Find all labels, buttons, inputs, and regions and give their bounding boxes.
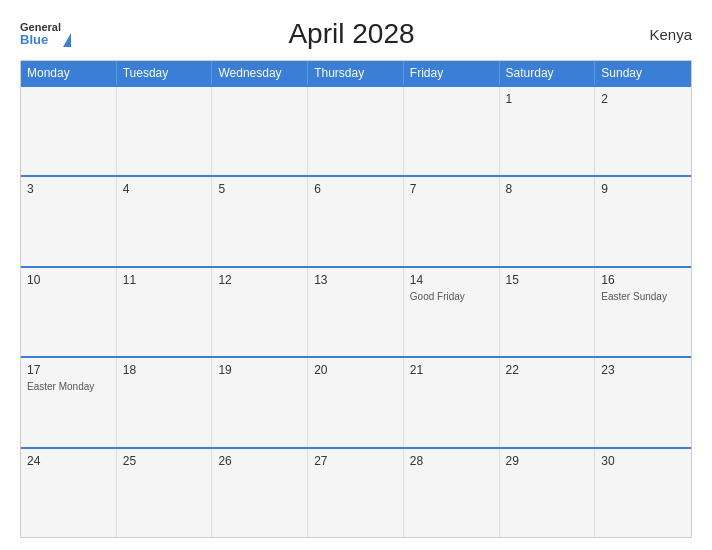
header-tuesday: Tuesday — [117, 61, 213, 85]
cell-w4-fri: 21 — [404, 358, 500, 446]
logo: General Blue — [20, 21, 71, 47]
day-num: 2 — [601, 92, 685, 106]
cell-w5-tue: 25 — [117, 449, 213, 537]
day-event: Easter Monday — [27, 381, 110, 392]
cell-w5-thu: 27 — [308, 449, 404, 537]
calendar-header: Monday Tuesday Wednesday Thursday Friday… — [21, 61, 691, 85]
cell-w4-wed: 19 — [212, 358, 308, 446]
logo-triangle-icon — [63, 33, 71, 47]
country-label: Kenya — [632, 26, 692, 43]
day-num: 28 — [410, 454, 493, 468]
day-num: 22 — [506, 363, 589, 377]
cell-w1-wed — [212, 87, 308, 175]
day-num: 24 — [27, 454, 110, 468]
cell-w3-wed: 12 — [212, 268, 308, 356]
cell-w2-tue: 4 — [117, 177, 213, 265]
cell-w1-fri — [404, 87, 500, 175]
cell-w3-fri: 14 Good Friday — [404, 268, 500, 356]
week-row-5: 24 25 26 27 28 29 30 — [21, 447, 691, 537]
day-num: 13 — [314, 273, 397, 287]
cell-w1-sat: 1 — [500, 87, 596, 175]
header: General Blue April 2028 Kenya — [20, 18, 692, 50]
cell-w4-thu: 20 — [308, 358, 404, 446]
week-row-3: 10 11 12 13 14 Good Friday 15 — [21, 266, 691, 356]
day-num: 9 — [601, 182, 685, 196]
day-num: 10 — [27, 273, 110, 287]
cell-w5-wed: 26 — [212, 449, 308, 537]
calendar-page: General Blue April 2028 Kenya Monday Tue… — [0, 0, 712, 550]
cell-w1-mon — [21, 87, 117, 175]
cell-w2-mon: 3 — [21, 177, 117, 265]
cell-w2-fri: 7 — [404, 177, 500, 265]
day-num: 7 — [410, 182, 493, 196]
day-num: 21 — [410, 363, 493, 377]
day-num: 12 — [218, 273, 301, 287]
day-num: 8 — [506, 182, 589, 196]
cell-w4-tue: 18 — [117, 358, 213, 446]
cell-w3-thu: 13 — [308, 268, 404, 356]
day-num: 19 — [218, 363, 301, 377]
week-row-4: 17 Easter Monday 18 19 20 21 22 — [21, 356, 691, 446]
calendar-title: April 2028 — [71, 18, 632, 50]
day-num: 3 — [27, 182, 110, 196]
day-num: 14 — [410, 273, 493, 287]
day-num: 29 — [506, 454, 589, 468]
week-row-1: 1 2 — [21, 85, 691, 175]
day-num: 27 — [314, 454, 397, 468]
cell-w3-sat: 15 — [500, 268, 596, 356]
header-saturday: Saturday — [500, 61, 596, 85]
day-num: 30 — [601, 454, 685, 468]
header-monday: Monday — [21, 61, 117, 85]
cell-w3-tue: 11 — [117, 268, 213, 356]
header-friday: Friday — [404, 61, 500, 85]
cell-w2-thu: 6 — [308, 177, 404, 265]
day-num: 26 — [218, 454, 301, 468]
day-num: 15 — [506, 273, 589, 287]
header-wednesday: Wednesday — [212, 61, 308, 85]
week-row-2: 3 4 5 6 7 8 9 — [21, 175, 691, 265]
cell-w5-sat: 29 — [500, 449, 596, 537]
cell-w2-wed: 5 — [212, 177, 308, 265]
header-sunday: Sunday — [595, 61, 691, 85]
header-thursday: Thursday — [308, 61, 404, 85]
calendar: Monday Tuesday Wednesday Thursday Friday… — [20, 60, 692, 538]
day-num: 17 — [27, 363, 110, 377]
day-num: 20 — [314, 363, 397, 377]
day-num: 25 — [123, 454, 206, 468]
day-num: 18 — [123, 363, 206, 377]
cell-w5-sun: 30 — [595, 449, 691, 537]
day-num: 23 — [601, 363, 685, 377]
logo-blue: Blue — [20, 33, 61, 47]
cell-w4-sat: 22 — [500, 358, 596, 446]
day-num: 6 — [314, 182, 397, 196]
day-num: 16 — [601, 273, 685, 287]
cell-w5-mon: 24 — [21, 449, 117, 537]
day-num: 5 — [218, 182, 301, 196]
logo-text: General Blue — [20, 21, 61, 47]
cell-w1-sun: 2 — [595, 87, 691, 175]
cell-w4-mon: 17 Easter Monday — [21, 358, 117, 446]
cell-w3-mon: 10 — [21, 268, 117, 356]
cell-w1-thu — [308, 87, 404, 175]
day-num: 1 — [506, 92, 589, 106]
cell-w1-tue — [117, 87, 213, 175]
day-event: Good Friday — [410, 291, 493, 302]
cell-w5-fri: 28 — [404, 449, 500, 537]
cell-w4-sun: 23 — [595, 358, 691, 446]
calendar-body: 1 2 3 4 5 6 — [21, 85, 691, 537]
day-event: Easter Sunday — [601, 291, 685, 302]
cell-w2-sun: 9 — [595, 177, 691, 265]
cell-w3-sun: 16 Easter Sunday — [595, 268, 691, 356]
cell-w2-sat: 8 — [500, 177, 596, 265]
day-num: 4 — [123, 182, 206, 196]
day-num: 11 — [123, 273, 206, 287]
